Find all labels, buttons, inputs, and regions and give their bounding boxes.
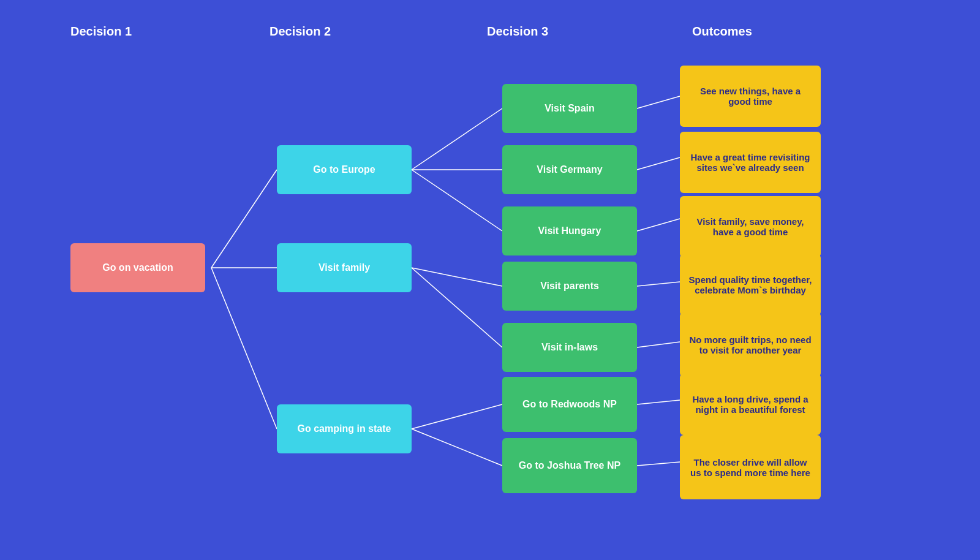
node-root[interactable]: Go on vacation (70, 243, 205, 292)
node-d3-3[interactable]: Visit Hungary (502, 206, 637, 255)
node-d2-1[interactable]: Go to Europe (277, 145, 412, 194)
svg-line-5 (412, 170, 502, 231)
decision2-label: Decision 2 (270, 25, 331, 39)
node-o1[interactable]: See new things, have a good time (680, 66, 821, 127)
svg-line-3 (412, 108, 502, 170)
svg-line-15 (637, 400, 680, 404)
node-d3-2[interactable]: Visit Germany (502, 145, 637, 194)
svg-line-8 (412, 404, 502, 429)
node-o3[interactable]: Visit family, save money, have a good ti… (680, 196, 821, 257)
node-d2-2[interactable]: Visit family (277, 243, 412, 292)
svg-line-7 (412, 268, 502, 347)
node-d2-3[interactable]: Go camping in state (277, 404, 412, 453)
node-o7[interactable]: The closer drive will allow us to spend … (680, 435, 821, 499)
svg-line-2 (211, 268, 277, 429)
node-d3-6[interactable]: Go to Redwoods NP (502, 377, 637, 432)
svg-line-0 (211, 170, 277, 268)
node-d3-4[interactable]: Visit parents (502, 262, 637, 311)
node-o2[interactable]: Have a great time revisiting sites we`ve… (680, 132, 821, 193)
decision1-label: Decision 1 (70, 25, 132, 39)
node-d3-1[interactable]: Visit Spain (502, 84, 637, 133)
node-o5[interactable]: No more guilt trips, no need to visit fo… (680, 312, 821, 377)
node-d3-5[interactable]: Visit in-laws (502, 323, 637, 372)
svg-line-16 (637, 462, 680, 466)
svg-line-6 (412, 268, 502, 286)
node-o6[interactable]: Have a long drive, spend a night in a be… (680, 374, 821, 435)
svg-line-9 (412, 429, 502, 466)
svg-line-12 (637, 219, 680, 231)
svg-line-13 (637, 282, 680, 286)
outcomes-label: Outcomes (692, 25, 752, 39)
svg-line-11 (637, 157, 680, 170)
svg-line-14 (637, 342, 680, 347)
decision-tree-canvas: Decision 1 Decision 2 Decision 3 Outcome… (0, 0, 980, 560)
decision3-label: Decision 3 (487, 25, 548, 39)
svg-line-10 (637, 96, 680, 108)
node-o4[interactable]: Spend quality time together, celebrate M… (680, 254, 821, 316)
node-d3-7[interactable]: Go to Joshua Tree NP (502, 438, 637, 493)
